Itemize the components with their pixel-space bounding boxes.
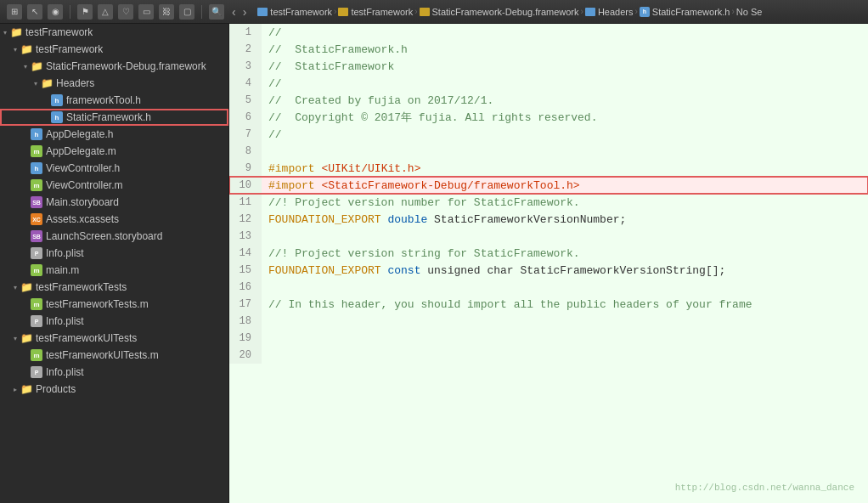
toolbar-icon-cursor[interactable]: ↖: [27, 4, 42, 20]
sidebar-item-staticframeworkh[interactable]: hStaticFramework.h: [0, 109, 228, 126]
sidebar-item-viewcontroller_m[interactable]: mViewController.m: [0, 177, 228, 194]
breadcrumb-label-1: testFramework: [270, 7, 332, 17]
line-code-1[interactable]: //: [262, 24, 868, 41]
tree-label-testframeworkuitests_m: testFrameworkUITests.m: [46, 349, 159, 361]
code-editor[interactable]: 1//2// StaticFramework.h3// StaticFramew…: [229, 24, 868, 503]
sidebar-item-products[interactable]: 📁Products: [0, 381, 228, 398]
toolbar-icon-search[interactable]: 🔍: [209, 4, 224, 20]
breadcrumb-item-5[interactable]: h StaticFramework.h: [640, 7, 730, 17]
nav-back-button[interactable]: ‹: [229, 5, 239, 19]
line-number-1: 1: [229, 24, 262, 41]
toolbar-icon-grid[interactable]: ⊞: [7, 4, 22, 20]
tree-label-staticframework: StaticFramework-Debug.framework: [46, 60, 206, 72]
breadcrumb-item-3[interactable]: StaticFramework-Debug.framework: [420, 7, 579, 17]
sidebar-item-info_plist[interactable]: PInfo.plist: [0, 245, 228, 262]
tree-label-launchscreen: LaunchScreen.storyboard: [46, 230, 162, 242]
code-line-17: 17// In this header, you should import a…: [229, 296, 868, 313]
sidebar-item-staticframework[interactable]: 📁StaticFramework-Debug.framework: [0, 58, 228, 75]
sidebar-item-launchscreen[interactable]: SBLaunchScreen.storyboard: [0, 228, 228, 245]
tree-label-testframeworktests_m: testFrameworkTests.m: [46, 298, 149, 310]
line-number-19: 19: [229, 330, 262, 347]
line-code-20[interactable]: [262, 347, 868, 364]
breadcrumb-item-6[interactable]: No Se: [736, 7, 763, 17]
sidebar-item-assets[interactable]: XCAssets.xcassets: [0, 211, 228, 228]
sidebar-item-info_plist2[interactable]: PInfo.plist: [0, 313, 228, 330]
line-number-18: 18: [229, 313, 262, 330]
file-icon-staticframeworkh: h: [51, 111, 63, 123]
code-line-10: 10#import <StaticFramework-Debug/framewo…: [229, 177, 868, 194]
sidebar-item-testframeworkuitests[interactable]: 📁testFrameworkUITests: [0, 330, 228, 347]
file-icon-headers: 📁: [41, 77, 53, 89]
sidebar-item-mainstoryboard[interactable]: SBMain.storyboard: [0, 194, 228, 211]
line-code-19[interactable]: [262, 330, 868, 347]
line-code-7[interactable]: //: [262, 126, 868, 143]
line-code-13[interactable]: [262, 228, 868, 245]
line-number-8: 8: [229, 143, 262, 160]
toolbar-separator-1: [70, 5, 70, 19]
line-code-8[interactable]: [262, 143, 868, 160]
line-code-17[interactable]: // In this header, you should import all…: [262, 296, 868, 313]
tree-arrow-testframeworkuitests[interactable]: [10, 333, 20, 343]
tree-arrow-root[interactable]: [0, 27, 10, 37]
toolbar-icon-triangle[interactable]: △: [98, 4, 113, 20]
toolbar-icon-rect2[interactable]: ▢: [179, 4, 194, 20]
line-code-6[interactable]: // Copyright © 2017年 fujia. All rights r…: [262, 109, 868, 126]
sidebar-item-appdelegate_m[interactable]: mAppDelegate.m: [0, 143, 228, 160]
breadcrumb-item-1[interactable]: testFramework: [257, 7, 332, 17]
sidebar-item-frameworktool[interactable]: hframeworkTool.h: [0, 92, 228, 109]
tree-label-testframeworkuitests: testFrameworkUITests: [36, 332, 137, 344]
line-code-5[interactable]: // Created by fujia on 2017/12/1.: [262, 92, 868, 109]
sidebar-item-testframeworktests_m[interactable]: mtestFrameworkTests.m: [0, 296, 228, 313]
toolbar-icon-circle[interactable]: ◉: [48, 4, 63, 20]
sidebar-item-testframeworkuitests_m[interactable]: mtestFrameworkUITests.m: [0, 347, 228, 364]
nav-forward-button[interactable]: ›: [240, 5, 250, 19]
tree-arrow-products[interactable]: [10, 384, 20, 394]
sidebar-item-testframeworktests[interactable]: 📁testFrameworkTests: [0, 279, 228, 296]
toolbar-icon-heart[interactable]: ♡: [118, 4, 133, 20]
line-number-12: 12: [229, 211, 262, 228]
code-line-2: 2// StaticFramework.h: [229, 41, 868, 58]
file-icon-viewcontroller_h: h: [31, 162, 42, 174]
code-line-5: 5// Created by fujia on 2017/12/1.: [229, 92, 868, 109]
tree-label-testframeworktests: testFrameworkTests: [36, 281, 127, 293]
line-code-3[interactable]: // StaticFramework: [262, 58, 868, 75]
line-number-10: 10: [229, 177, 262, 194]
line-code-11[interactable]: //! Project version number for StaticFra…: [262, 194, 868, 211]
sidebar-item-root[interactable]: 📁testFramework: [0, 24, 228, 41]
tree-label-viewcontroller_h: ViewController.h: [46, 162, 120, 174]
code-line-12: 12FOUNDATION_EXPORT double StaticFramewo…: [229, 211, 868, 228]
sidebar-item-viewcontroller_h[interactable]: hViewController.h: [0, 160, 228, 177]
breadcrumb-label-6: No Se: [736, 7, 763, 17]
tree-arrow-testframeworktests[interactable]: [10, 282, 20, 292]
line-code-18[interactable]: [262, 313, 868, 330]
sidebar-item-main_m[interactable]: mmain.m: [0, 262, 228, 279]
toolbar-icon-rect[interactable]: ▭: [138, 4, 154, 20]
sidebar: 📁testFramework📁testFramework📁StaticFrame…: [0, 24, 229, 503]
line-code-14[interactable]: //! Project version string for StaticFra…: [262, 245, 868, 262]
tree-label-mainstoryboard: Main.storyboard: [46, 196, 119, 208]
sidebar-item-appdelegate_h[interactable]: hAppDelegate.h: [0, 126, 228, 143]
sidebar-item-info_plist3[interactable]: PInfo.plist: [0, 364, 228, 381]
tree-arrow-testframework[interactable]: [10, 44, 20, 54]
folder-yellow-icon-3: [420, 8, 430, 16]
line-code-2[interactable]: // StaticFramework.h: [262, 41, 868, 58]
sidebar-item-testframework[interactable]: 📁testFramework: [0, 41, 228, 58]
tree-arrow-staticframework[interactable]: [20, 61, 31, 71]
sidebar-item-headers[interactable]: 📁Headers: [0, 75, 228, 92]
tree-label-root: testFramework: [25, 26, 93, 38]
file-icon-root: 📁: [10, 26, 22, 38]
line-code-10[interactable]: #import <StaticFramework-Debug/framework…: [262, 177, 868, 194]
breadcrumb-item-2[interactable]: testFramework: [338, 7, 413, 17]
toolbar-icon-link[interactable]: ⛓: [159, 4, 174, 20]
line-code-9[interactable]: #import <UIKit/UIKit.h>: [262, 160, 868, 177]
breadcrumb-item-4[interactable]: Headers: [585, 7, 634, 17]
line-code-16[interactable]: [262, 279, 868, 296]
line-code-15[interactable]: FOUNDATION_EXPORT const unsigned char St…: [262, 262, 868, 279]
file-icon-assets: XC: [31, 213, 42, 225]
h-file-icon-5: h: [640, 7, 650, 17]
line-code-12[interactable]: FOUNDATION_EXPORT double StaticFramework…: [262, 211, 868, 228]
tree-arrow-headers[interactable]: [31, 78, 41, 88]
line-code-4[interactable]: //: [262, 75, 868, 92]
file-icon-viewcontroller_m: m: [31, 179, 42, 191]
toolbar-icon-flag[interactable]: ⚑: [77, 4, 93, 20]
